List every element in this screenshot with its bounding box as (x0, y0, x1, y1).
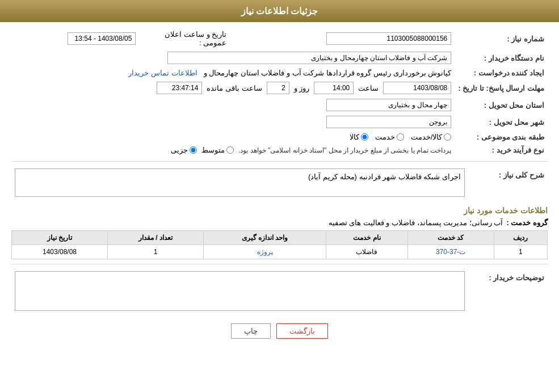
row-creator: ایجاد کننده درخواست : کیانوش برخورداری ر… (11, 66, 548, 79)
col-header-row: ردیف (494, 231, 547, 245)
purchase-type-radio-partial[interactable] (190, 146, 197, 154)
button-row: بازگشت چاپ (11, 323, 548, 339)
row-description: شرح کلی نیاز : اجرای شبکه فاضلاب شهر فرا… (11, 166, 548, 199)
table-row: 1 ت-37-370 فاضلاب پروژه 1 1403/08/08 (12, 245, 548, 259)
category-label: طبقه بندی موضوعی : (455, 130, 548, 144)
service-group-row: گروه خدمت : آب رسانی؛ مدیریت پسماند، فاض… (11, 218, 548, 227)
page-title: جزئیات اطلاعات نیاز (241, 6, 318, 16)
deadline-date-input[interactable] (383, 82, 451, 94)
col-header-name: نام خدمت (326, 231, 407, 245)
creator-link[interactable]: اطلاعات تماس خریدار (128, 69, 197, 77)
buyer-name-value (11, 49, 455, 66)
purchase-type-label: نوع فرآیند خرید : (455, 144, 548, 157)
buyer-notes-table: توضیحات خریدار : (11, 269, 548, 315)
category-value: کالا/خدمت خدمت کالا (11, 130, 455, 144)
province-label: استان محل تحویل : (455, 96, 548, 113)
description-table: شرح کلی نیاز : اجرای شبکه فاضلاب شهر فرا… (11, 166, 548, 199)
city-input[interactable] (326, 116, 451, 128)
purchase-type-value: پرداخت تمام یا بخشی از مبلغ خریدار از مح… (11, 144, 455, 157)
buyer-notes-textarea[interactable] (15, 271, 465, 311)
category-option-kala[interactable]: کالا (350, 133, 368, 141)
category-option-kala-khedmat[interactable]: کالا/خدمت (411, 133, 452, 141)
cell-code: ت-37-370 (407, 245, 494, 259)
print-button[interactable]: چاپ (231, 323, 271, 339)
services-section-title: اطلاعات خدمات مورد نیاز (11, 206, 548, 215)
deadline-remaining-input[interactable] (157, 82, 202, 94)
category-option-khedmat[interactable]: خدمت (375, 133, 404, 141)
description-label: شرح کلی نیاز : (468, 166, 548, 199)
row-buyer-notes: توضیحات خریدار : (11, 269, 548, 315)
row-buyer-name: نام دستگاه خریدار : (11, 49, 548, 66)
row-city: شهر محل تحویل : (11, 113, 548, 130)
col-header-date: تاریخ نیاز (12, 231, 108, 245)
cell-unit: پروژه (203, 245, 326, 259)
deadline-days-input[interactable] (267, 82, 289, 94)
creator-text: کیانوش برخورداری رئیس گروه قراردادها شرک… (204, 69, 452, 77)
buyer-name-label: نام دستگاه خریدار : (455, 49, 548, 66)
cell-date: 1403/08/08 (12, 245, 108, 259)
deadline-remaining-label: ساعت باقی مانده (207, 84, 262, 92)
category-radio-kala[interactable] (361, 133, 368, 141)
row-province: استان محل تحویل : (11, 96, 548, 113)
col-header-unit: واحد اندازه گیری (203, 231, 326, 245)
col-header-code: کد خدمت (407, 231, 494, 245)
purchase-type-note: پرداخت تمام یا بخشی از مبلغ خریدار از مح… (238, 146, 451, 154)
content-area: شماره نیاز : تاریخ و ساعت اعلان عمومی : … (0, 22, 559, 353)
services-table: ردیف کد خدمت نام خدمت واحد اندازه گیری ت… (11, 230, 548, 259)
announce-input[interactable] (68, 32, 136, 45)
col-header-quantity: تعداد / مقدار (108, 231, 204, 245)
city-value (11, 113, 455, 130)
category-radio-kala-khedmat[interactable] (444, 133, 451, 141)
divider-1 (11, 161, 548, 162)
request-number-value (230, 28, 455, 49)
category-radio-khedmat[interactable] (397, 133, 404, 141)
buyer-notes-value (11, 269, 468, 315)
cell-row: 1 (494, 245, 547, 259)
purchase-type-option-partial[interactable]: جزیی (171, 146, 197, 154)
info-table: شماره نیاز : تاریخ و ساعت اعلان عمومی : … (11, 28, 548, 157)
description-text: اجرای شبکه فاضلاب شهر فرادنبه (محله کریم… (308, 172, 461, 181)
service-group-label: گروه خدمت : (506, 218, 548, 227)
cell-quantity: 1 (108, 245, 204, 259)
back-button[interactable]: بازگشت (276, 323, 328, 339)
buyer-notes-label: توضیحات خریدار : (468, 269, 548, 315)
province-input[interactable] (326, 99, 451, 111)
deadline-days-label: روز و (294, 84, 310, 92)
service-group-value: آب رسانی؛ مدیریت پسماند، فاضلاب و فعالیت… (329, 218, 503, 227)
deadline-time-label: ساعت (358, 84, 379, 92)
city-label: شهر محل تحویل : (455, 113, 548, 130)
description-box: اجرای شبکه فاضلاب شهر فرادنبه (محله کریم… (15, 168, 465, 197)
cell-name: فاضلاب (326, 245, 407, 259)
request-number-label: شماره نیاز : (455, 28, 548, 49)
deadline-label: مهلت ارسال پاسخ: تا تاریخ : (455, 79, 548, 96)
divider-2 (11, 264, 548, 264)
category-radio-group: کالا/خدمت خدمت کالا (15, 133, 451, 141)
creator-value: کیانوش برخورداری رئیس گروه قراردادها شرک… (11, 66, 455, 79)
description-value: اجرای شبکه فاضلاب شهر فرادنبه (محله کریم… (11, 166, 468, 199)
request-number-input[interactable] (326, 32, 451, 45)
deadline-row: ساعت روز و ساعت باقی مانده (15, 82, 451, 94)
announce-value (11, 28, 139, 49)
creator-label: ایجاد کننده درخواست : (455, 66, 548, 79)
province-value (11, 96, 455, 113)
purchase-type-radio-medium[interactable] (226, 146, 234, 154)
page-wrapper: جزئیات اطلاعات نیاز شماره نیاز : تاریخ و… (0, 0, 559, 392)
buyer-name-input[interactable] (167, 52, 451, 64)
purchase-type-row: پرداخت تمام یا بخشی از مبلغ خریدار از مح… (15, 146, 451, 154)
row-deadline: مهلت ارسال پاسخ: تا تاریخ : ساعت روز و س… (11, 79, 548, 96)
row-purchase-type: نوع فرآیند خرید : پرداخت تمام یا بخشی از… (11, 144, 548, 157)
deadline-time-input[interactable] (314, 82, 354, 94)
page-header: جزئیات اطلاعات نیاز (0, 0, 559, 22)
purchase-type-option-medium[interactable]: متوسط (201, 146, 234, 154)
row-request-number: شماره نیاز : تاریخ و ساعت اعلان عمومی : (11, 28, 548, 49)
deadline-value: ساعت روز و ساعت باقی مانده (11, 79, 455, 96)
announce-label: تاریخ و ساعت اعلان عمومی : (139, 28, 230, 49)
row-category: طبقه بندی موضوعی : کالا/خدمت خدمت (11, 130, 548, 144)
services-table-header-row: ردیف کد خدمت نام خدمت واحد اندازه گیری ت… (12, 231, 548, 245)
